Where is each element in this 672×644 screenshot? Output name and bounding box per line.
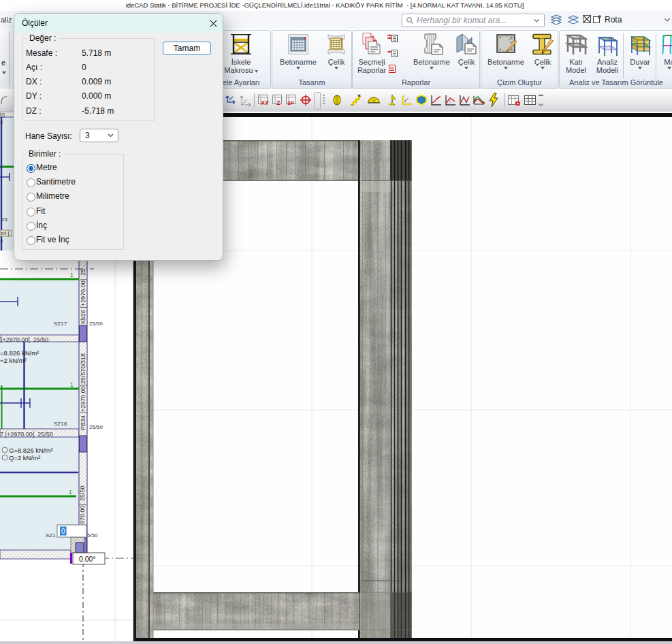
svg-text:2: 2: [0, 238, 3, 244]
svg-text:XY: XY: [261, 99, 269, 106]
svg-text:0: 0: [61, 528, 65, 535]
svg-text:Z: Z: [276, 99, 281, 106]
svg-text:0.00°: 0.00°: [79, 555, 96, 563]
svg-text:PB34 [+2970.00]: PB34 [+2970.00]: [80, 385, 86, 430]
svg-text:25/50: 25/50: [79, 485, 86, 501]
svg-text:Q=2 kN/m²: Q=2 kN/m²: [9, 454, 40, 462]
svg-text:3P: 3P: [287, 100, 294, 106]
svg-text:1: 1: [69, 489, 72, 496]
svg-text:SZ18: SZ18: [54, 421, 67, 427]
svg-text:25/50: 25/50: [89, 424, 103, 430]
svg-text:25: 25: [1, 216, 7, 223]
svg-text:SZ17: SZ17: [54, 321, 67, 327]
svg-text:Kb26 [+2970.00] 25: Kb26 [+2970.00] 25: [80, 269, 86, 324]
svg-text:b4 [: b4 [: [1, 230, 10, 236]
svg-text:=2 kN/m²: =2 kN/m²: [0, 357, 27, 364]
svg-text:25/50: 25/50: [89, 321, 103, 327]
svg-text:7 [+2970.00] 25/50: 7 [+2970.00] 25/50: [0, 431, 53, 438]
svg-text:25/570/318: 25/570/318: [80, 353, 86, 384]
svg-text:1: 1: [70, 381, 74, 388]
svg-text:[+2970.00] 25/50: [+2970.00] 25/50: [1, 336, 48, 343]
svg-text:0]: 0]: [1, 112, 5, 118]
svg-text:G=8.826 kN/m²: G=8.826 kN/m²: [9, 447, 53, 454]
svg-text:1: 1: [70, 272, 74, 278]
svg-text:970.00]: 970.00]: [79, 504, 86, 524]
svg-text:SZ1: SZ1: [46, 532, 56, 538]
svg-text:5/50: 5/50: [87, 532, 98, 538]
svg-text:2: 2: [0, 119, 3, 125]
svg-text:=8.826 kN/m²: =8.826 kN/m²: [0, 349, 39, 357]
